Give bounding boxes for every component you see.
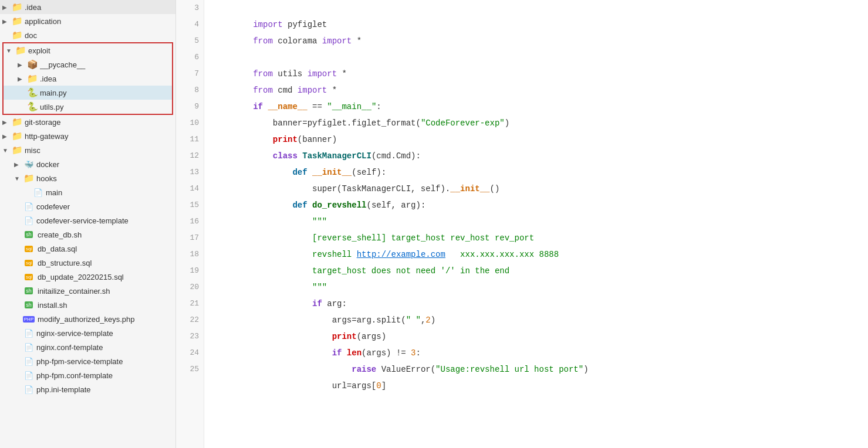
- sidebar-item-label: application: [25, 17, 173, 26]
- sidebar-item-label: codefever-service-template: [36, 216, 173, 225]
- arrow-icon: ▶: [2, 133, 12, 140]
- sidebar-item-docker[interactable]: ▶ 🐳 docker: [0, 157, 175, 171]
- sidebar-item-hooks[interactable]: ▼ 📁 hooks: [0, 171, 175, 185]
- folder-icon: 📁: [12, 131, 22, 141]
- line-num: 21: [181, 296, 199, 312]
- php-icon: PHP: [23, 314, 34, 324]
- sidebar-item-initalize-sh[interactable]: sh initailize_container.sh: [0, 284, 175, 298]
- sidebar-item-label: php-fpm.conf-template: [36, 371, 173, 380]
- line-num: 18: [181, 246, 199, 263]
- sidebar-item-nginx-service-template[interactable]: 📄 nginx-service-template: [0, 326, 175, 340]
- sidebar-item-php-fpm-service-template[interactable]: 📄 php-fpm-service-template: [0, 354, 175, 368]
- folder-icon: 📁: [15, 45, 26, 56]
- sidebar-item-label: db_update_20220215.sql: [38, 273, 173, 281]
- sidebar-item-pycache[interactable]: ▶ 📦 __pycache__: [4, 57, 172, 72]
- docker-icon: 🐳: [23, 159, 34, 169]
- file-icon: 📄: [23, 201, 34, 212]
- line-num: 15: [181, 197, 199, 213]
- file-icon: 📄: [23, 342, 34, 352]
- sidebar-item-label: php.ini-template: [36, 385, 173, 394]
- line-num: 7: [181, 66, 199, 82]
- file-tree[interactable]: ▶ 📁 .idea ▶ 📁 application 📁 doc ▼ 📁 expl…: [0, 0, 176, 448]
- sidebar-item-codefever[interactable]: 📄 codefever: [0, 199, 175, 213]
- sh-icon: sh: [23, 300, 34, 310]
- file-icon: 📄: [23, 328, 34, 338]
- sh-icon: sh: [23, 286, 34, 296]
- sidebar-item-label: initailize_container.sh: [38, 287, 173, 296]
- sidebar-item-idea[interactable]: ▶ 📁 .idea: [0, 0, 175, 14]
- line-num: 11: [181, 131, 199, 148]
- sidebar-item-label: php-fpm-service-template: [36, 357, 173, 366]
- exploit-group: ▼ 📁 exploit ▶ 📦 __pycache__ ▶ 📁 .idea 🐍 …: [2, 42, 173, 115]
- sidebar-item-install-sh[interactable]: sh install.sh: [0, 298, 175, 312]
- sidebar-item-label: main: [46, 188, 173, 197]
- sidebar-item-label: .idea: [40, 74, 170, 83]
- sidebar-item-db-update-sql[interactable]: sql db_update_20220215.sql: [0, 270, 175, 284]
- folder-icon: 📁: [12, 16, 22, 26]
- folder-icon: 📁: [12, 117, 22, 127]
- sidebar-item-doc[interactable]: 📁 doc: [0, 28, 175, 42]
- sidebar-item-label: nginx-service-template: [36, 329, 173, 338]
- line-num: 16: [181, 213, 199, 230]
- sidebar-item-label: __pycache__: [40, 60, 170, 69]
- line-num: 20: [181, 279, 199, 296]
- sidebar-item-php-fpm-conf-template[interactable]: 📄 php-fpm.conf-template: [0, 368, 175, 382]
- line-num: 13: [181, 164, 199, 181]
- sql-icon: sql: [23, 243, 34, 254]
- sidebar-item-php-ini-template[interactable]: 📄 php.ini-template: [0, 382, 175, 396]
- sql-icon: sql: [23, 271, 34, 282]
- sidebar-item-codefever-service-template[interactable]: 📄 codefever-service-template: [0, 213, 175, 228]
- sidebar-item-label: docker: [36, 160, 173, 169]
- line-num: 22: [181, 312, 199, 328]
- line-num: 14: [181, 181, 199, 197]
- line-num: 23: [181, 328, 199, 345]
- sidebar-item-http-gateway[interactable]: ▶ 📁 http-gateway: [0, 129, 175, 143]
- sidebar-item-label: main.py: [40, 89, 170, 97]
- sidebar-item-main-py[interactable]: 🐍 main.py: [4, 86, 172, 100]
- line-num: 5: [181, 33, 199, 49]
- sidebar-item-misc[interactable]: ▼ 📁 misc: [0, 143, 175, 157]
- line-num: 6: [181, 49, 199, 66]
- line-num: 25: [181, 361, 199, 378]
- line-numbers: 3 4 5 6 7 8 9 10 11 12 13 14 15 16 17 18…: [176, 0, 204, 448]
- sidebar-item-label: install.sh: [38, 301, 173, 310]
- sidebar-item-label: misc: [25, 146, 173, 155]
- sidebar-item-modify-php[interactable]: PHP modify_authorized_keys.php: [0, 312, 175, 326]
- folder-icon: 📁: [12, 145, 22, 155]
- folder-icon: 📁: [12, 30, 22, 40]
- file-icon: 📄: [33, 187, 43, 198]
- file-icon: 📄: [23, 356, 34, 366]
- arrow-icon: ▼: [2, 147, 12, 154]
- sidebar-item-label: nginx.conf-template: [36, 343, 173, 352]
- sidebar-item-db-data-sql[interactable]: sql db_data.sql: [0, 242, 175, 256]
- line-num: 9: [181, 99, 199, 115]
- line-num: 12: [181, 148, 199, 164]
- sidebar-item-db-structure-sql[interactable]: sql db_structure.sql: [0, 256, 175, 270]
- sidebar-item-label: modify_authorized_keys.php: [38, 315, 173, 324]
- arrow-icon: ▶: [2, 4, 12, 11]
- sidebar-item-utils-py[interactable]: 🐍 utils.py: [4, 100, 172, 114]
- sidebar-item-application[interactable]: ▶ 📁 application: [0, 14, 175, 28]
- code-content[interactable]: import pyfiglet from colorama import * f…: [204, 0, 868, 448]
- sidebar-item-label: create_db.sh: [38, 230, 173, 239]
- python-icon: 🐍: [27, 101, 38, 112]
- arrow-icon: ▼: [6, 47, 15, 54]
- sidebar-item-label: git-storage: [25, 118, 173, 127]
- file-icon: 📄: [23, 384, 34, 395]
- arrow-icon: ▶: [14, 161, 23, 168]
- sidebar-item-main-file[interactable]: 📄 main: [0, 185, 175, 199]
- sidebar-item-nginx-conf-template[interactable]: 📄 nginx.conf-template: [0, 340, 175, 354]
- sidebar-item-label: db_data.sql: [38, 245, 173, 253]
- sidebar-item-git-storage[interactable]: ▶ 📁 git-storage: [0, 115, 175, 129]
- sidebar-item-create-db-sh[interactable]: sh create_db.sh: [0, 228, 175, 242]
- line-num: 3: [181, 0, 199, 16]
- line-num: 8: [181, 82, 199, 99]
- folder-icon: 📁: [12, 2, 22, 12]
- sidebar-item-label: exploit: [28, 46, 170, 55]
- sidebar-item-exploit[interactable]: ▼ 📁 exploit: [4, 43, 172, 57]
- arrow-icon: ▶: [18, 62, 27, 68]
- sidebar-item-label: doc: [25, 31, 173, 40]
- folder-icon: 📁: [27, 73, 38, 84]
- sidebar-item-idea-sub[interactable]: ▶ 📁 .idea: [4, 72, 172, 86]
- sql-icon: sql: [23, 257, 34, 268]
